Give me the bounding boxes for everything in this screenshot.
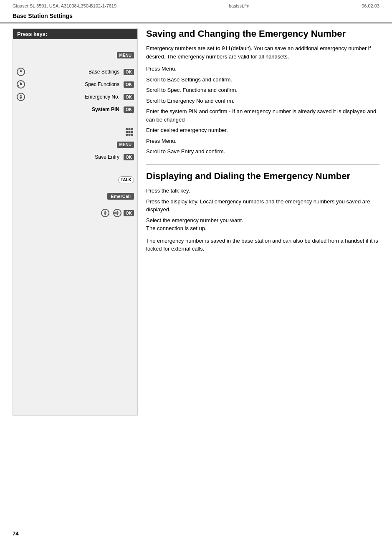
svg-marker-1 bbox=[20, 69, 22, 71]
header-center: basisst.fm bbox=[229, 3, 250, 8]
header-right: 06.02.03 bbox=[362, 3, 379, 8]
svg-rect-11 bbox=[129, 128, 131, 130]
emercall-row: EmerCall bbox=[16, 191, 134, 201]
nav-icon-emergency bbox=[16, 92, 25, 101]
svg-marker-8 bbox=[20, 94, 22, 96]
ok-badge-base: OK bbox=[124, 69, 134, 75]
page-number: 74 bbox=[13, 530, 18, 537]
nav-icon-spec bbox=[16, 80, 25, 89]
ok-badge-emergency: OK bbox=[124, 94, 134, 100]
svg-rect-6 bbox=[18, 85, 19, 86]
system-pin-label: System PIN bbox=[16, 106, 121, 112]
right-panel: Saving and Changing the Emergency Number… bbox=[146, 28, 379, 416]
spec-functions-row: Spec.Functions OK bbox=[16, 79, 134, 89]
menu-badge-1: MENU bbox=[117, 52, 134, 58]
svg-point-19 bbox=[101, 209, 109, 217]
nav-icon-left bbox=[101, 208, 110, 218]
base-settings-label: Base Settings bbox=[27, 69, 121, 75]
page-footer: 74 bbox=[13, 530, 18, 537]
svg-marker-4 bbox=[20, 82, 22, 84]
svg-rect-10 bbox=[126, 128, 128, 130]
step-select: Select the emergency number you want. Th… bbox=[146, 216, 379, 233]
ok-badge-double: OK bbox=[124, 210, 134, 216]
ok-badge-save: OK bbox=[124, 154, 134, 160]
save-entry-row: Save Entry OK bbox=[16, 152, 134, 162]
ok-badge-spec: OK bbox=[124, 81, 134, 88]
step-note: The emergency number is saved in the bas… bbox=[146, 237, 379, 253]
ok-badge-pin: OK bbox=[124, 106, 134, 113]
page-header: Gigaset SL 3501, USA, A31008-L350-B102-1… bbox=[0, 0, 392, 10]
svg-rect-16 bbox=[126, 134, 128, 136]
nav-icon-base bbox=[16, 67, 25, 76]
nav-icon-right bbox=[113, 208, 122, 218]
svg-point-7 bbox=[17, 93, 25, 101]
left-panel: Press keys: MENU Base Settings OK bbox=[13, 28, 138, 416]
double-nav-row: OK bbox=[16, 208, 134, 218]
step-save: Scroll to Save Entry and confirm. bbox=[146, 147, 379, 156]
svg-rect-12 bbox=[131, 128, 133, 130]
svg-marker-9 bbox=[20, 97, 22, 99]
svg-rect-15 bbox=[131, 131, 133, 133]
emergency-no-label: Emergency No. bbox=[27, 94, 121, 100]
step-spec: Scroll to Spec. Functions and confirm. bbox=[146, 86, 379, 94]
double-nav-icons bbox=[101, 208, 124, 218]
step-menu2: Press Menu. bbox=[146, 137, 379, 145]
menu-badge-2: MENU bbox=[117, 142, 134, 148]
emercall-badge: EmerCall bbox=[107, 193, 134, 200]
svg-rect-13 bbox=[126, 131, 128, 133]
svg-marker-20 bbox=[104, 210, 106, 213]
talk-badge: TALK bbox=[118, 176, 134, 183]
spec-functions-label: Spec.Functions bbox=[27, 81, 121, 87]
step-talk: Press the talk key. bbox=[146, 187, 379, 195]
header-left: Gigaset SL 3501, USA, A31008-L350-B102-1… bbox=[13, 3, 116, 8]
step-base: Scroll to Base Settings and confirm. bbox=[146, 76, 379, 84]
press-keys-header: Press keys: bbox=[13, 29, 137, 39]
svg-marker-23 bbox=[116, 210, 119, 213]
base-settings-row: Base Settings OK bbox=[16, 67, 134, 77]
keypad-icon bbox=[125, 127, 134, 137]
svg-rect-5 bbox=[20, 84, 22, 85]
step-emercall: Press the display key. Local emergency n… bbox=[146, 198, 379, 214]
svg-rect-18 bbox=[131, 134, 133, 136]
left-panel-inner: MENU Base Settings OK bbox=[13, 39, 137, 415]
step-enter: Enter desired emergency number. bbox=[146, 126, 379, 134]
step-menu: Press Menu. bbox=[146, 65, 379, 73]
section-title: Base Station Settings bbox=[0, 10, 392, 23]
svg-rect-2 bbox=[20, 71, 22, 72]
menu-row-2: MENU bbox=[16, 139, 134, 150]
system-pin-row: System PIN OK bbox=[16, 104, 134, 114]
svg-marker-21 bbox=[104, 213, 106, 215]
svg-rect-17 bbox=[129, 134, 131, 136]
menu-row-1: MENU bbox=[16, 50, 134, 60]
intro-text: Emergency numbers are set to 911(default… bbox=[146, 44, 379, 61]
emergency-no-row: Emergency No. OK bbox=[16, 92, 134, 102]
keypad-row bbox=[16, 127, 134, 137]
save-entry-label: Save Entry bbox=[16, 154, 121, 160]
heading-displaying: Displaying and Dialing the Emergency Num… bbox=[146, 164, 379, 182]
svg-marker-24 bbox=[116, 213, 119, 215]
heading-saving: Saving and Changing the Emergency Number bbox=[146, 28, 379, 39]
talk-row: TALK bbox=[16, 175, 134, 185]
svg-rect-14 bbox=[129, 131, 131, 133]
step-pin: Enter the system PIN and confirm - If an… bbox=[146, 107, 379, 124]
svg-rect-25 bbox=[114, 212, 116, 214]
main-content: Press keys: MENU Base Settings OK bbox=[0, 28, 392, 416]
step-emno: Scroll to Emergency No and confirm. bbox=[146, 97, 379, 105]
